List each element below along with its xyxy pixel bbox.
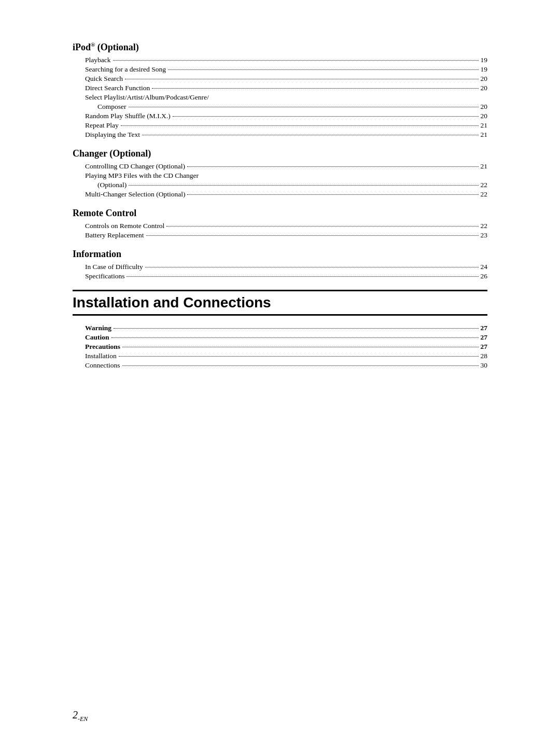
toc-label: Precautions <box>85 343 120 351</box>
toc-page: 27 <box>481 333 488 342</box>
toc-dots <box>125 79 478 79</box>
toc-entry: In Case of Difficulty24 <box>73 263 487 271</box>
toc-section-information: InformationIn Case of Difficulty24Specif… <box>73 249 487 280</box>
toc-page: 23 <box>481 231 488 239</box>
toc-entry: Multi-Changer Selection (Optional)22 <box>73 190 487 199</box>
toc-dots <box>113 60 479 61</box>
toc-dots <box>129 185 478 186</box>
toc-page: 22 <box>481 222 488 230</box>
toc-label: Quick Search <box>85 75 123 83</box>
toc-label: Controls on Remote Control <box>85 222 164 230</box>
toc-page: 19 <box>481 56 488 64</box>
toc-label: Playing MP3 Files with the CD Changer <box>85 172 199 180</box>
toc-entry: Composer20 <box>73 103 487 111</box>
section-heading-remote: Remote Control <box>73 208 487 219</box>
toc-dots <box>111 337 479 338</box>
toc-entry: Battery Replacement23 <box>73 231 487 239</box>
toc-entry: Warning27 <box>73 324 487 332</box>
toc-label: Caution <box>85 333 109 342</box>
toc-label: Direct Search Function <box>85 84 150 92</box>
big-section-heading: Installation and Connections <box>73 290 487 316</box>
toc-page: 21 <box>481 162 488 171</box>
toc-entry: Searching for a desired Song19 <box>73 65 487 74</box>
toc-entry: Repeat Play21 <box>73 121 487 130</box>
toc-label: Playback <box>85 56 111 64</box>
toc-entry: Precautions27 <box>73 343 487 351</box>
toc-label: In Case of Difficulty <box>85 263 143 271</box>
toc-label: (Optional) <box>97 181 127 189</box>
toc-page: 24 <box>481 263 488 271</box>
toc-entry: Select Playlist/Artist/Album/Podcast/Gen… <box>73 93 487 102</box>
toc-dots <box>122 347 479 347</box>
toc-dots <box>119 356 479 357</box>
toc-page: 21 <box>481 131 488 139</box>
toc-page: 21 <box>481 121 488 130</box>
toc-dots <box>146 235 479 236</box>
toc-label: Multi-Changer Selection (Optional) <box>85 190 185 199</box>
toc-dots <box>114 328 478 329</box>
toc-dots <box>187 194 478 195</box>
toc-dots <box>152 88 478 89</box>
toc-entry: Specifications26 <box>73 272 487 280</box>
toc-entry: (Optional)22 <box>73 181 487 189</box>
toc-page: 20 <box>481 75 488 83</box>
toc-entry: Random Play Shuffle (M.I.X.)20 <box>73 112 487 120</box>
toc-dots <box>122 365 479 366</box>
toc-dots <box>121 125 479 126</box>
toc-label: Connections <box>85 361 120 370</box>
toc-container: iPod® (Optional)Playback19Searching for … <box>73 41 487 280</box>
toc-dots <box>127 276 478 277</box>
toc-dots <box>142 135 478 135</box>
toc-entry: Controlling CD Changer (Optional)21 <box>73 162 487 171</box>
toc-entry: Connections30 <box>73 361 487 370</box>
toc-dots <box>168 69 479 70</box>
toc-page: 27 <box>481 343 488 351</box>
big-section: Installation and ConnectionsWarning27Cau… <box>73 290 487 370</box>
toc-page: 20 <box>481 112 488 120</box>
toc-page: 22 <box>481 190 488 199</box>
toc-label: Battery Replacement <box>85 231 144 239</box>
toc-page: 22 <box>481 181 488 189</box>
toc-label: Repeat Play <box>85 121 119 130</box>
page-number-footer: 2-EN <box>73 709 88 723</box>
toc-entry: Caution27 <box>73 333 487 342</box>
section-heading-ipod: iPod® (Optional) <box>73 41 487 53</box>
toc-entry: Quick Search20 <box>73 75 487 83</box>
toc-page: 30 <box>481 361 488 370</box>
toc-page: 20 <box>481 103 488 111</box>
toc-label: Displaying the Text <box>85 131 140 139</box>
toc-section-ipod: iPod® (Optional)Playback19Searching for … <box>73 41 487 139</box>
toc-entry: Displaying the Text21 <box>73 131 487 139</box>
toc-section-remote: Remote ControlControls on Remote Control… <box>73 208 487 239</box>
toc-label: Warning <box>85 324 111 332</box>
toc-entry: Direct Search Function20 <box>73 84 487 92</box>
toc-entry: Playback19 <box>73 56 487 64</box>
big-section-container: Installation and ConnectionsWarning27Cau… <box>73 290 487 370</box>
toc-section-changer: Changer (Optional)Controlling CD Changer… <box>73 148 487 199</box>
toc-page: 27 <box>481 324 488 332</box>
toc-page: 26 <box>481 272 488 280</box>
toc-dots <box>129 107 479 107</box>
toc-entry: Playing MP3 Files with the CD Changer <box>73 172 487 180</box>
toc-dots <box>173 116 479 117</box>
toc-dots <box>166 226 478 227</box>
toc-entry: Installation28 <box>73 352 487 360</box>
toc-dots <box>145 267 479 267</box>
page-number: 2 <box>73 709 78 720</box>
toc-page: 19 <box>481 65 488 74</box>
section-heading-information: Information <box>73 249 487 260</box>
toc-label: Installation <box>85 352 117 360</box>
toc-label: Controlling CD Changer (Optional) <box>85 162 185 171</box>
toc-label: Random Play Shuffle (M.I.X.) <box>85 112 171 120</box>
toc-page: 20 <box>481 84 488 92</box>
toc-label: Searching for a desired Song <box>85 65 166 74</box>
toc-label: Specifications <box>85 272 124 280</box>
toc-page: 28 <box>481 352 488 360</box>
toc-dots <box>187 166 478 167</box>
toc-label: Select Playlist/Artist/Album/Podcast/Gen… <box>85 93 209 102</box>
toc-label: Composer <box>97 103 127 111</box>
page: iPod® (Optional)Playback19Searching for … <box>0 0 560 749</box>
section-heading-changer: Changer (Optional) <box>73 148 487 159</box>
toc-entry: Controls on Remote Control22 <box>73 222 487 230</box>
page-suffix: -EN <box>78 715 88 723</box>
